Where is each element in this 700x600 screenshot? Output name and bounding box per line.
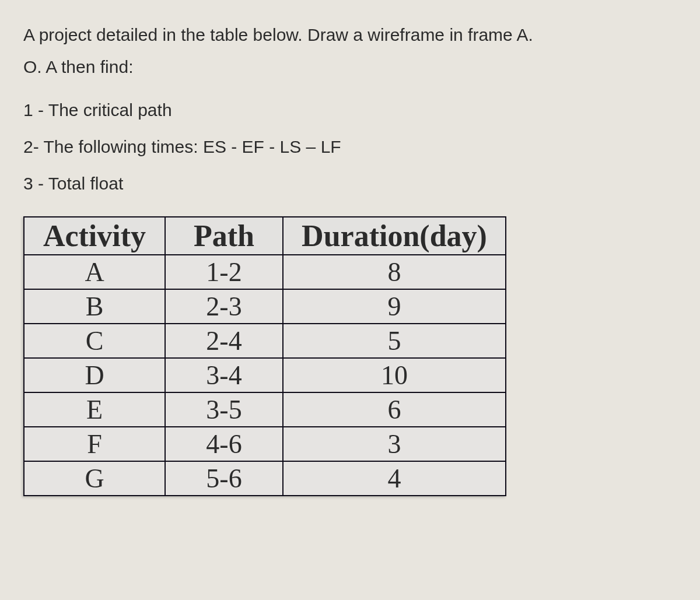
- cell-duration: 6: [283, 392, 506, 427]
- cell-duration: 10: [283, 358, 506, 392]
- cell-path: 1-2: [165, 255, 283, 289]
- cell-path: 4-6: [165, 427, 283, 461]
- question-1: 1 - The critical path: [23, 93, 677, 127]
- question-3: 3 - Total float: [23, 167, 677, 200]
- cell-activity: G: [24, 461, 165, 496]
- table-row: F 4-6 3: [24, 427, 506, 461]
- intro-text: A project detailed in the table below. D…: [23, 20, 677, 82]
- cell-activity: E: [24, 392, 165, 427]
- table-row: A 1-2 8: [24, 255, 506, 289]
- header-duration: Duration(day): [283, 217, 506, 255]
- table-row: B 2-3 9: [24, 289, 506, 324]
- activity-table: Activity Path Duration(day) A 1-2 8 B 2-…: [23, 216, 506, 496]
- cell-duration: 3: [283, 427, 506, 461]
- table-row: E 3-5 6: [24, 392, 506, 427]
- header-path: Path: [165, 217, 283, 255]
- cell-duration: 4: [283, 461, 506, 496]
- cell-path: 3-5: [165, 392, 283, 427]
- table-row: G 5-6 4: [24, 461, 506, 496]
- cell-path: 2-4: [165, 324, 283, 358]
- cell-activity: F: [24, 427, 165, 461]
- intro-line-1: A project detailed in the table below. D…: [23, 20, 677, 50]
- cell-path: 5-6: [165, 461, 283, 496]
- activity-table-wrap: Activity Path Duration(day) A 1-2 8 B 2-…: [23, 216, 506, 496]
- cell-path: 3-4: [165, 358, 283, 392]
- cell-activity: D: [24, 358, 165, 392]
- question-list: 1 - The critical path 2- The following t…: [23, 93, 677, 200]
- header-activity: Activity: [24, 217, 165, 255]
- question-2: 2- The following times: ES - EF - LS – L…: [23, 130, 677, 163]
- cell-duration: 8: [283, 255, 506, 289]
- cell-activity: C: [24, 324, 165, 358]
- table-row: C 2-4 5: [24, 324, 506, 358]
- cell-duration: 9: [283, 289, 506, 324]
- cell-activity: A: [24, 255, 165, 289]
- cell-duration: 5: [283, 324, 506, 358]
- table-row: D 3-4 10: [24, 358, 506, 392]
- table-header-row: Activity Path Duration(day): [24, 217, 506, 255]
- cell-activity: B: [24, 289, 165, 324]
- intro-line-2: O. A then find:: [23, 52, 677, 82]
- cell-path: 2-3: [165, 289, 283, 324]
